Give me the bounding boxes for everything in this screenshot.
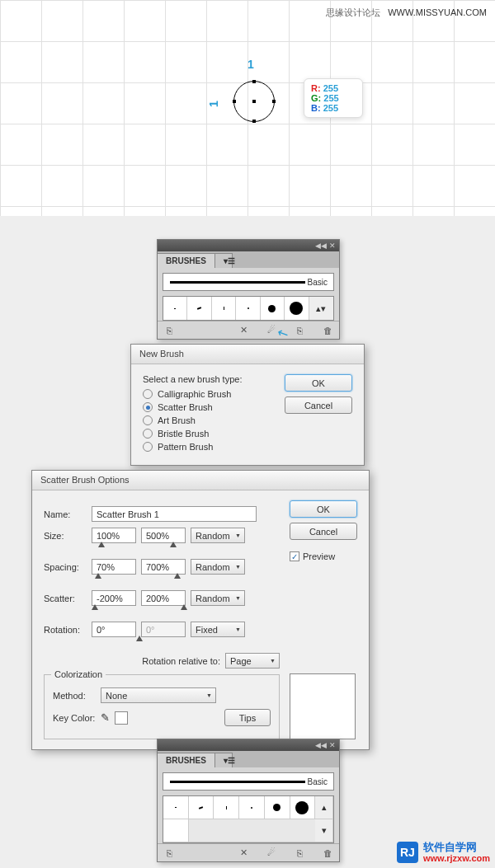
name-input[interactable]	[92, 506, 257, 522]
rot-rel-label: Rotation relative to:	[142, 656, 220, 666]
brush-swatch-1[interactable]	[163, 297, 187, 320]
scatter-mode-select[interactable]: Random	[191, 590, 245, 606]
watermark-url: WWW.MISSYUAN.COM	[388, 7, 487, 17]
library2-icon[interactable]: ⎘	[163, 847, 176, 859]
size-slider[interactable]	[92, 547, 189, 553]
brush-swatch-5[interactable]	[261, 297, 285, 320]
brush-swatch-4[interactable]	[236, 297, 260, 320]
radio-scatter[interactable]: Scatter Brush	[143, 402, 275, 412]
radio-bristle[interactable]: Bristle Brush	[143, 429, 275, 439]
panel-menu-icon[interactable]: ▾☰	[215, 253, 233, 268]
anchor-top[interactable]	[252, 80, 256, 83]
brush2-empty-row	[189, 819, 315, 842]
preview-label: Preview	[303, 551, 335, 561]
panel2-close-icon[interactable]: ✕	[328, 741, 337, 749]
circle-shape[interactable]	[233, 81, 275, 122]
tab-brushes[interactable]: BRUSHES	[158, 253, 215, 268]
canvas-area: 思缘设计论坛 WWW.MISSYUAN.COM 1 1 R: 255 G: 25…	[0, 0, 495, 216]
watermark-logo-icon: RJ	[397, 842, 418, 863]
anchor-right[interactable]	[272, 100, 276, 103]
brush2-swatch-6[interactable]	[290, 796, 316, 819]
brush2-swatch-grid: ▴ ▾	[163, 795, 334, 843]
new-brush-ok-button[interactable]: OK	[285, 374, 352, 392]
radio-art[interactable]: Art Brush	[143, 415, 275, 425]
spacing-slider[interactable]	[92, 578, 189, 584]
rgb-r-label: R:	[311, 83, 321, 93]
stroke-options2-icon[interactable]: ☄	[265, 847, 278, 859]
anchor-center[interactable]	[252, 100, 256, 103]
scatter-slider[interactable]	[92, 609, 189, 616]
anchor-left[interactable]	[233, 100, 236, 103]
brush-swatch-6[interactable]	[285, 297, 309, 320]
rot-rel-select[interactable]: Page	[225, 653, 280, 669]
scatter-options-dialog: Scatter Brush Options Name: Size: Random…	[31, 470, 370, 750]
size-mode-select[interactable]: Random	[191, 528, 245, 543]
tab2-brushes[interactable]: BRUSHES	[158, 753, 215, 767]
panel2-collapse-icon[interactable]: ◀◀	[317, 741, 325, 749]
brush2-swatch-2[interactable]	[189, 796, 214, 819]
brush-preview-strip[interactable]: Basic	[163, 273, 334, 291]
new-brush-cancel-button[interactable]: Cancel	[285, 396, 352, 414]
brush2-swatch-new[interactable]	[163, 819, 189, 842]
dimension-height: 1	[207, 101, 220, 107]
remove-stroke2-icon[interactable]: ✕	[237, 847, 250, 859]
spacing-mode-select[interactable]: Random	[191, 559, 245, 575]
rotation-mode-select[interactable]: Fixed	[191, 622, 245, 637]
panel-collapse-icon[interactable]: ◀◀	[317, 242, 325, 250]
preview-checkbox[interactable]	[290, 551, 299, 561]
brush2-preview-strip[interactable]: Basic	[163, 772, 334, 791]
method-select[interactable]: None	[101, 687, 216, 703]
brush2-scroll-up[interactable]: ▴	[315, 796, 333, 819]
brush2-scroll-down[interactable]: ▾	[315, 819, 333, 842]
radio-calligraphic[interactable]: Calligraphic Brush	[143, 389, 275, 399]
scatter-title: Scatter Brush Options	[32, 471, 369, 490]
scatter-min-input[interactable]	[92, 590, 136, 606]
brush-swatch-3[interactable]	[212, 297, 236, 320]
dimension-width: 1	[248, 58, 254, 71]
size-max-input[interactable]	[141, 528, 186, 543]
brushes-panel-2: ◀◀ ✕ BRUSHES ▾☰ Basic ▴ ▾ ⎘ ✕ ☄ ⎘ 🗑	[157, 739, 340, 862]
panel-header[interactable]: ◀◀ ✕	[158, 240, 339, 251]
watermark-bottom-url: www.rjzxw.com	[423, 853, 490, 863]
name-label: Name:	[44, 509, 87, 519]
brush2-swatch-1[interactable]	[163, 796, 189, 819]
key-color-swatch[interactable]	[115, 711, 128, 725]
brush2-swatch-3[interactable]	[214, 796, 239, 819]
library-icon[interactable]: ⎘	[163, 325, 176, 336]
panel-footer: ⎘ ✕ ☄ ⎘ 🗑	[158, 321, 339, 339]
tips-button[interactable]: Tips	[224, 709, 271, 726]
panel2-header[interactable]: ◀◀ ✕	[158, 739, 339, 751]
rgb-b-val: 255	[323, 103, 338, 113]
trash2-icon[interactable]: 🗑	[321, 847, 334, 859]
rgb-r-val: 255	[323, 83, 338, 93]
rotation-slider[interactable]	[92, 640, 189, 647]
eyedropper-icon[interactable]: ✎	[101, 711, 110, 724]
brush-swatch-2[interactable]	[187, 297, 211, 320]
panel2-menu-icon[interactable]: ▾☰	[215, 753, 233, 767]
watermark-bottom-cn: 软件自学网	[423, 842, 477, 853]
remove-stroke-icon[interactable]: ✕	[237, 325, 250, 336]
new-brush-icon[interactable]: ⎘	[293, 325, 306, 336]
brush2-swatch-4[interactable]	[239, 796, 265, 819]
method-label: Method:	[53, 691, 96, 701]
rgb-g-label: G:	[311, 93, 321, 103]
rotation-label: Rotation:	[44, 625, 87, 635]
radio-pattern[interactable]: Pattern Brush	[143, 442, 275, 452]
panel-close-icon[interactable]: ✕	[328, 242, 337, 250]
scatter-max-input[interactable]	[141, 590, 186, 606]
new-brush2-icon[interactable]: ⎘	[293, 847, 306, 859]
rotation-min-input[interactable]	[92, 622, 136, 637]
scatter-cancel-button[interactable]: Cancel	[290, 523, 357, 540]
brush2-swatch-5[interactable]	[265, 796, 290, 819]
panel2-footer: ⎘ ✕ ☄ ⎘ 🗑	[158, 843, 339, 861]
brush2-stroke-icon	[170, 781, 327, 783]
watermark-cn: 思缘设计论坛	[326, 7, 380, 17]
rgb-b-label: B:	[311, 103, 321, 113]
scatter-ok-button[interactable]: OK	[290, 500, 357, 518]
colorization-fieldset: Colorization Method: None Key Color: ✎ T…	[44, 674, 280, 739]
anchor-bottom[interactable]	[252, 120, 256, 123]
preview-box	[290, 673, 356, 739]
trash-icon[interactable]: 🗑	[321, 325, 334, 336]
scatter-label: Scatter:	[44, 594, 87, 603]
brush-swatch-scroll[interactable]: ▴▾	[309, 297, 333, 320]
